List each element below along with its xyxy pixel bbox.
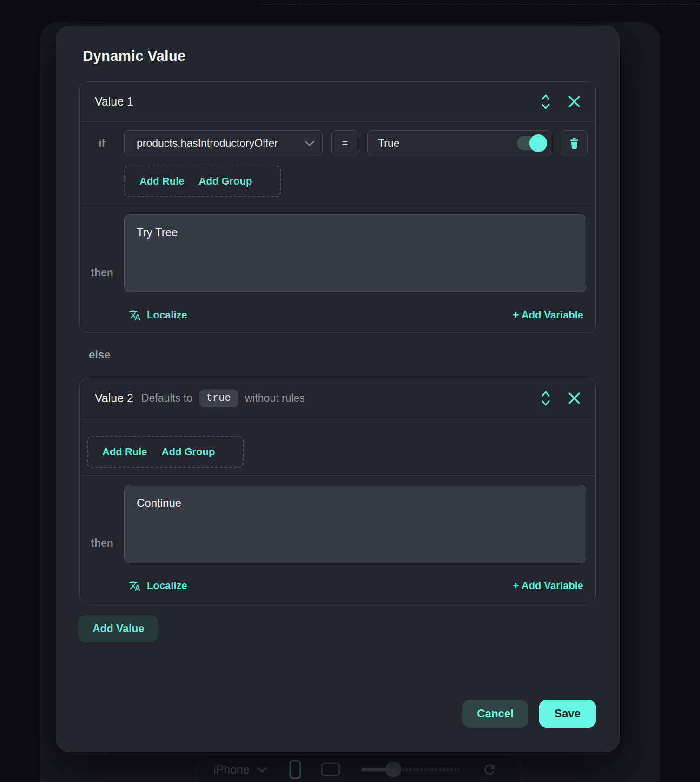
localize-button[interactable]: Localize	[129, 580, 187, 592]
value-1-then-input[interactable]: Try Tree	[124, 214, 586, 292]
value-1-header: Value 1	[80, 82, 595, 122]
chevron-down-icon	[257, 767, 267, 773]
localize-button[interactable]: Localize	[129, 309, 187, 321]
refresh-icon	[482, 762, 497, 777]
localize-label: Localize	[147, 309, 187, 321]
value-2-card: Value 2 Defaults to true without rules A…	[79, 378, 596, 603]
value-1-title: Value 1	[95, 95, 133, 108]
then-label: then	[80, 537, 124, 550]
device-selector[interactable]: iPhone	[213, 763, 267, 776]
add-value-button[interactable]: Add Value	[79, 615, 158, 642]
value-1-card: Value 1 if products.hasIntroductoryOffer	[79, 81, 596, 333]
value-2-localize-row: Localize + Add Variable	[124, 576, 586, 596]
refresh-button[interactable]	[482, 762, 497, 777]
toggle-thumb	[529, 134, 547, 152]
dynamic-value-modal: Dynamic Value Value 1 if products.hasInt…	[56, 26, 620, 752]
value-1-localize-row: Localize + Add Variable	[124, 305, 586, 325]
value-2-defaults: Defaults to true without rules	[141, 390, 305, 407]
add-variable-button[interactable]: + Add Variable	[513, 309, 583, 321]
close-icon	[568, 392, 581, 404]
value-2-rules: Add Rule Add Group	[80, 418, 595, 476]
localize-label: Localize	[147, 580, 187, 592]
portrait-orientation-button[interactable]	[289, 759, 302, 780]
value-1-add-box: Add Rule Add Group	[124, 166, 281, 197]
condition-value-text: True	[378, 137, 399, 150]
add-group-button[interactable]: Add Group	[199, 175, 252, 187]
condition-value-field[interactable]: True	[367, 130, 552, 156]
condition-field-value: products.hasIntroductoryOffer	[137, 137, 278, 150]
value-1-reorder-button[interactable]	[537, 92, 554, 112]
condition-field-dropdown[interactable]: products.hasIntroductoryOffer	[124, 130, 323, 156]
save-button[interactable]: Save	[539, 700, 596, 728]
value-2-header: Value 2 Defaults to true without rules	[80, 378, 595, 418]
phone-portrait-icon	[289, 759, 302, 780]
device-preview-toolbar: iPhone	[196, 755, 522, 782]
device-selector-label: iPhone	[213, 763, 250, 776]
then-label: then	[80, 266, 124, 279]
modal-title: Dynamic Value	[83, 48, 593, 65]
value-2-header-actions	[537, 388, 582, 409]
else-label: else	[89, 348, 619, 361]
value-1-rule-row: if products.hasIntroductoryOffer = True	[80, 130, 588, 156]
zoom-slider[interactable]	[361, 761, 460, 778]
value-2-title: Value 2	[95, 391, 133, 405]
add-group-button[interactable]: Add Group	[162, 446, 215, 458]
value-2-then-input[interactable]: Continue	[124, 485, 586, 563]
modal-footer: Cancel Save	[462, 700, 596, 728]
phone-landscape-icon	[320, 762, 341, 777]
translate-icon	[129, 309, 141, 321]
value-2-then-section: then Continue Localize + Add Variable	[80, 476, 595, 603]
sort-chevrons-icon	[539, 93, 553, 111]
if-label: if	[80, 137, 124, 150]
trash-icon	[568, 137, 581, 150]
zoom-slider-thumb[interactable]	[385, 762, 401, 777]
add-rule-button[interactable]: Add Rule	[102, 446, 147, 458]
defaults-prefix: Defaults to	[141, 392, 192, 404]
value-2-remove-button[interactable]	[567, 391, 582, 406]
close-icon	[568, 95, 581, 108]
value-2-add-box: Add Rule Add Group	[87, 436, 244, 468]
add-rule-button[interactable]: Add Rule	[139, 175, 185, 187]
landscape-orientation-button[interactable]	[320, 762, 341, 777]
add-variable-button[interactable]: + Add Variable	[513, 580, 583, 592]
operator-selector[interactable]: =	[331, 130, 358, 156]
defaults-suffix: without rules	[245, 392, 305, 404]
chevron-down-icon	[304, 140, 315, 146]
cancel-button[interactable]: Cancel	[462, 700, 528, 728]
defaults-code-badge: true	[199, 390, 238, 407]
value-1-header-actions	[537, 92, 582, 112]
sort-chevrons-icon	[539, 390, 553, 407]
condition-value-toggle[interactable]	[517, 136, 546, 150]
delete-rule-button[interactable]	[561, 130, 588, 156]
value-1-then-section: then Try Tree Localize + Add Variable	[80, 205, 595, 332]
value-1-remove-button[interactable]	[567, 94, 582, 109]
translate-icon	[129, 580, 141, 592]
value-1-rules: if products.hasIntroductoryOffer = True	[80, 122, 595, 205]
background-dashed-divider	[259, 4, 700, 5]
value-2-reorder-button[interactable]	[537, 388, 554, 409]
